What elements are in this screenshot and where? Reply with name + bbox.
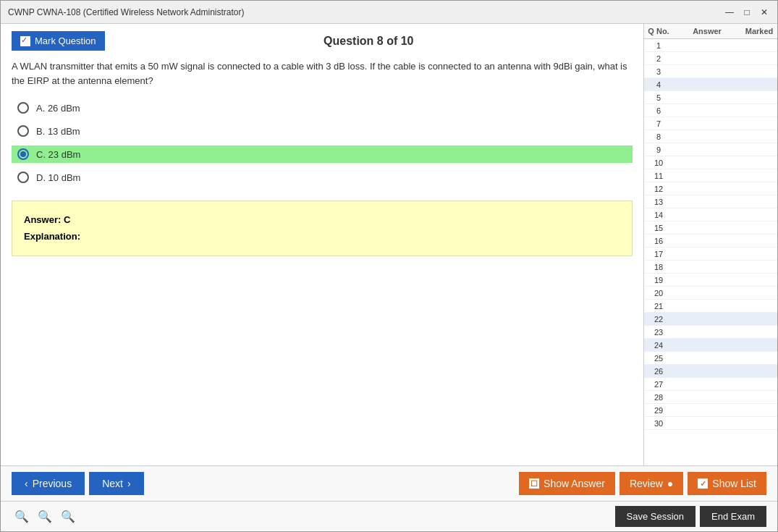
option-row-d[interactable]: D. 10 dBm [12,169,633,186]
show-answer-button[interactable]: ☐ Show Answer [519,472,615,495]
zoom-out-button[interactable]: 🔍 [58,508,78,525]
sidebar-row[interactable]: 14 [644,208,777,221]
option-radio-b [17,125,29,137]
mark-question-label: Mark Question [35,35,96,46]
sidebar-row[interactable]: 8 [644,130,777,143]
sidebar-row[interactable]: 19 [644,274,777,287]
sidebar-row[interactable]: 24 [644,339,777,352]
sidebar-cell-qno: 17 [644,250,673,258]
sidebar-cell-qno: 11 [644,172,673,180]
sidebar-cell-qno: 9 [644,145,673,154]
close-button[interactable]: ✕ [758,7,770,17]
show-list-label: Show List [712,478,756,489]
sidebar-row[interactable]: 22 [644,313,777,326]
sidebar-cell-qno: 22 [644,315,673,324]
sidebar-row[interactable]: 7 [644,117,777,130]
option-text-c: C. 23 dBm [36,149,80,160]
zoom-controls: 🔍 🔍 🔍 [12,508,78,525]
question-text: A WLAN transmitter that emits a 50 mW si… [12,59,633,88]
sidebar-row[interactable]: 30 [644,417,777,430]
question-title: Question 8 of 10 [105,35,633,48]
mark-question-button[interactable]: Mark Question [12,31,105,51]
sidebar-row[interactable]: 2 [644,52,777,65]
sidebar-row[interactable]: 25 [644,352,777,365]
sidebar-row[interactable]: 23 [644,326,777,339]
zoom-out-icon: 🔍 [61,510,75,523]
sidebar-row[interactable]: 21 [644,300,777,313]
sidebar-row[interactable]: 3 [644,65,777,78]
sidebar-cell-qno: 19 [644,276,673,284]
minimize-button[interactable]: — [724,7,735,17]
save-session-button[interactable]: Save Session [615,506,696,527]
end-exam-button[interactable]: End Exam [700,506,766,527]
option-radio-c [17,148,29,160]
sidebar-row[interactable]: 20 [644,287,777,300]
maximize-button[interactable]: □ [741,7,753,17]
save-session-label: Save Session [627,511,685,522]
sidebar-cell-qno: 18 [644,263,673,271]
sidebar-cell-qno: 25 [644,354,673,363]
next-label: Next [102,478,123,489]
sidebar-row[interactable]: 4 [644,78,777,91]
sidebar-rows: 1234567891011121314151617181920212223242… [644,39,777,465]
option-radio-a [17,102,29,114]
answer-box: Answer: C Explanation: [12,200,633,256]
sidebar-row[interactable]: 13 [644,195,777,208]
sidebar-row[interactable]: 12 [644,182,777,195]
zoom-in-button[interactable]: 🔍 [12,508,32,525]
sidebar-cell-qno: 30 [644,419,673,428]
app-window: CWNP CWNA-108 (Certified Wireless Networ… [0,0,778,532]
sidebar-col-answer: Answer [673,27,741,35]
explanation-line: Explanation: [24,228,620,245]
sidebar-cell-qno: 6 [644,106,673,115]
sidebar-row[interactable]: 16 [644,235,777,248]
chevron-left-icon: ‹ [25,478,28,489]
sidebar-row[interactable]: 5 [644,91,777,104]
titlebar-controls: — □ ✕ [724,7,770,17]
option-row-c[interactable]: C. 23 dBm [12,145,633,163]
previous-button[interactable]: ‹ Previous [12,472,85,495]
show-answer-label: Show Answer [544,478,605,489]
option-radio-d [17,172,29,183]
sidebar-cell-qno: 28 [644,393,673,402]
sidebar-row[interactable]: 28 [644,391,777,404]
sidebar-row[interactable]: 6 [644,104,777,117]
answer-line: Answer: C [24,211,620,228]
zoom-normal-button[interactable]: 🔍 [35,508,55,525]
show-list-button[interactable]: ✓ Show List [688,472,766,495]
sidebar-cell-qno: 26 [644,367,673,376]
bottom-bar: ‹ Previous Next › ☐ Show Answer Review ●… [1,465,777,501]
main-area: Mark Question Question 8 of 10 A WLAN tr… [1,24,777,465]
bottom-left-buttons: ‹ Previous Next › [12,472,144,495]
review-button[interactable]: Review ● [620,472,683,495]
sidebar-cell-qno: 3 [644,67,673,76]
mark-checkbox-icon [20,36,30,46]
sidebar-cell-qno: 12 [644,185,673,193]
sidebar-row[interactable]: 11 [644,169,777,182]
sidebar-row[interactable]: 26 [644,365,777,378]
sidebar-cell-qno: 27 [644,380,673,389]
sidebar-row[interactable]: 17 [644,248,777,261]
sidebar-row[interactable]: 18 [644,261,777,274]
options-container: A. 26 dBmB. 13 dBmC. 23 dBmD. 10 dBm [12,99,633,192]
sidebar-cell-qno: 7 [644,119,673,128]
show-answer-checkbox-icon: ☐ [529,478,539,489]
sidebar-row[interactable]: 27 [644,378,777,391]
sidebar-cell-qno: 24 [644,341,673,350]
titlebar: CWNP CWNA-108 (Certified Wireless Networ… [1,1,777,24]
sidebar-cell-qno: 8 [644,132,673,141]
next-button[interactable]: Next › [89,472,143,495]
sidebar-cell-qno: 16 [644,237,673,245]
option-row-a[interactable]: A. 26 dBm [12,99,633,117]
sidebar-row[interactable]: 1 [644,39,777,52]
sidebar-row[interactable]: 15 [644,221,777,235]
titlebar-title: CWNP CWNA-108 (Certified Wireless Networ… [8,7,245,17]
option-row-b[interactable]: B. 13 dBm [12,122,633,140]
sidebar-row[interactable]: 9 [644,143,777,156]
sidebar-cell-qno: 2 [644,54,673,63]
zoom-normal-icon: 🔍 [38,510,52,523]
sidebar-row[interactable]: 10 [644,156,777,169]
option-text-d: D. 10 dBm [36,172,80,183]
sidebar-row[interactable]: 29 [644,404,777,417]
sidebar-col-qno: Q No. [644,27,673,35]
